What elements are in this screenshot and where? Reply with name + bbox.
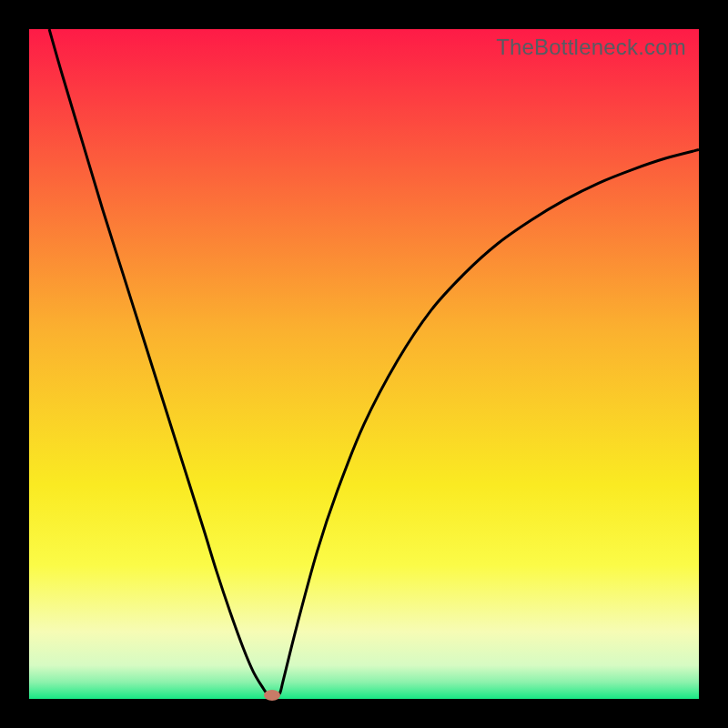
- watermark-text: TheBottleneck.com: [496, 35, 686, 60]
- chart-frame: TheBottleneck.com: [0, 0, 728, 728]
- plot-area: TheBottleneck.com: [29, 29, 699, 699]
- bottleneck-curve: [29, 29, 699, 699]
- optimal-point-marker: [264, 690, 280, 701]
